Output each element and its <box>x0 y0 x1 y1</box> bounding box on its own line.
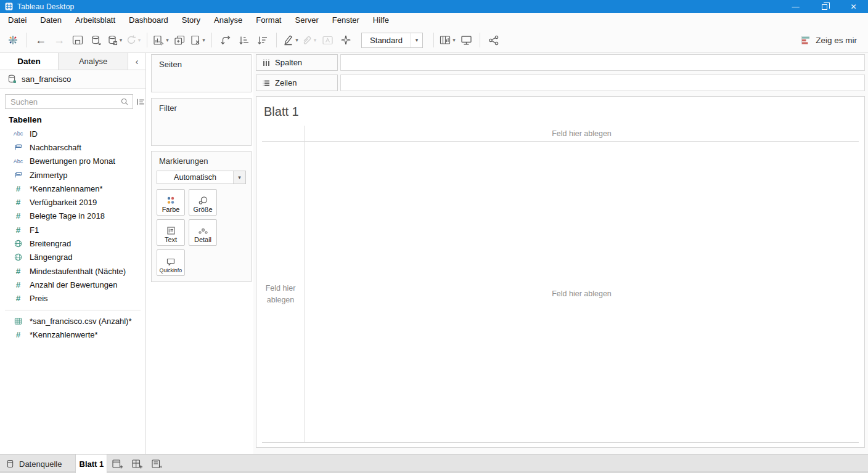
worksheet-canvas[interactable]: Blatt 1 Feld hier ablegen Feld hier able… <box>256 96 865 448</box>
sort-ascending-button[interactable] <box>236 31 252 49</box>
field-list: Abc ID Nachbarschaft Abc Bewertungen pro… <box>0 127 145 341</box>
marks-card-label: Markierungen <box>152 152 251 171</box>
pages-card[interactable]: Seiten <box>151 54 252 92</box>
rows-shelf-dropzone[interactable] <box>340 75 865 91</box>
rows-shelf[interactable]: Zeilen <box>256 75 865 91</box>
field-laengengrad[interactable]: Längengrad <box>0 251 145 264</box>
swap-axes-button[interactable] <box>218 31 234 49</box>
menu-arbeitsblatt[interactable]: Arbeitsblatt <box>68 13 122 28</box>
menu-fenster[interactable]: Fenster <box>326 13 366 28</box>
size-button[interactable]: Größe <box>189 189 217 216</box>
field-breitengrad[interactable]: Breitengrad <box>0 236 145 250</box>
field-belegte-tage-2018[interactable]: # Belegte Tage in 2018 <box>0 209 145 223</box>
drop-zone-center-hint[interactable]: Feld hier ablegen <box>305 289 859 298</box>
save-button[interactable] <box>70 31 86 49</box>
presentation-mode-button[interactable] <box>458 31 474 49</box>
field-zimmertyp[interactable]: Zimmertyp <box>0 168 145 182</box>
collapse-pane-button[interactable]: ‹ <box>128 53 145 70</box>
new-worksheet-tab-button[interactable] <box>107 455 127 473</box>
field-id[interactable]: Abc ID <box>0 127 145 140</box>
drop-zone-rows-hint-line1: Feld hier <box>256 283 305 294</box>
sheet-tab-blatt-1[interactable]: Blatt 1 <box>75 455 107 473</box>
detail-button[interactable]: Detail <box>189 219 217 246</box>
new-dashboard-tab-button[interactable] <box>127 455 147 473</box>
share-button[interactable] <box>486 31 502 49</box>
pages-card-label: Seiten <box>159 60 182 69</box>
toolbar-separator <box>27 33 27 47</box>
undo-button[interactable]: ← <box>33 31 49 49</box>
chevron-left-icon: ‹ <box>136 57 139 67</box>
sheet-zone: Spalten Zeilen Blatt 1 Feld hier ablegen… <box>253 53 868 454</box>
clear-sheet-button[interactable]: ▾ <box>190 31 206 49</box>
data-source-item[interactable]: san_francisco <box>0 70 145 89</box>
menu-bar: Datei Daten Arbeitsblatt Dashboard Story… <box>0 13 868 28</box>
field-label: ID <box>30 129 38 139</box>
menu-server[interactable]: Server <box>288 13 325 28</box>
tab-daten[interactable]: Daten <box>0 53 58 70</box>
field-bewertungen-pro-monat[interactable]: Abc Bewertungen pro Monat <box>0 155 145 168</box>
field-kennzahlenwerte[interactable]: # *Kennzahlenwerte* <box>0 328 145 341</box>
search-input[interactable] <box>9 97 120 107</box>
field-label: Breitengrad <box>30 239 71 248</box>
database-icon <box>6 459 14 468</box>
fix-axes-button[interactable] <box>338 31 354 49</box>
field-mindestaufenthalt[interactable]: # Mindestaufenthalt (Nächte) <box>0 264 145 278</box>
menu-analyse[interactable]: Analyse <box>207 13 249 28</box>
field-anzahl-der-bewertungen[interactable]: # Anzahl der Bewertungen <box>0 278 145 291</box>
table-icon <box>12 317 25 325</box>
field-record-count[interactable]: *san_francisco.csv (Anzahl)* <box>0 314 145 328</box>
columns-icon <box>263 59 270 67</box>
data-pane-tabs: Daten Analyse ‹ <box>0 53 145 70</box>
close-button[interactable]: ✕ <box>839 0 868 13</box>
field-f1[interactable]: # F1 <box>0 223 145 236</box>
show-cards-button[interactable]: ▾ <box>440 31 456 49</box>
field-label: Anzahl der Bewertungen <box>30 280 117 289</box>
menu-story[interactable]: Story <box>175 13 207 28</box>
show-me-icon <box>800 36 811 45</box>
field-nachbarschaft[interactable]: Nachbarschaft <box>0 140 145 154</box>
menu-format[interactable]: Format <box>249 13 288 28</box>
field-verfuegbarkeit-2019[interactable]: # Verfügbarkeit 2019 <box>0 195 145 209</box>
field-kennzahlennamen[interactable]: # *Kennzahlennamen* <box>0 182 145 195</box>
search-box[interactable] <box>5 94 133 109</box>
filters-card[interactable]: Filter <box>151 98 252 146</box>
columns-shelf-dropzone[interactable] <box>340 54 865 71</box>
new-datasource-button[interactable] <box>88 31 104 49</box>
duplicate-sheet-button[interactable] <box>171 31 187 49</box>
menu-daten[interactable]: Daten <box>33 13 68 28</box>
refresh-datasource-button[interactable]: ▾ <box>107 31 123 49</box>
drop-zone-columns-hint[interactable]: Feld hier ablegen <box>305 129 859 138</box>
number-icon: # <box>12 280 25 289</box>
restore-button[interactable] <box>810 0 839 13</box>
color-button[interactable]: Farbe <box>157 189 185 216</box>
group-paperclip-icon <box>12 172 25 179</box>
datasource-tab[interactable]: Datenquelle <box>0 455 70 473</box>
menu-dashboard[interactable]: Dashboard <box>122 13 175 28</box>
number-icon: # <box>12 267 25 276</box>
highlight-button[interactable]: ▾ <box>282 31 298 49</box>
fit-mode-select[interactable]: Standard ▾ <box>361 33 423 48</box>
field-label: Belegte Tage in 2018 <box>30 211 105 220</box>
filters-card-label: Filter <box>159 103 177 113</box>
field-preis[interactable]: # Preis <box>0 292 145 305</box>
back-icon: ← <box>35 34 46 46</box>
field-label: Längengrad <box>30 253 72 262</box>
new-story-tab-button[interactable] <box>147 455 166 473</box>
tab-analyse[interactable]: Analyse <box>58 53 128 70</box>
menu-datei[interactable]: Datei <box>1 13 33 28</box>
new-worksheet-button[interactable]: ▾ <box>153 31 169 49</box>
fit-mode-value: Standard <box>362 36 411 45</box>
tooltip-button[interactable]: Quickinfo <box>157 249 185 276</box>
text-button[interactable]: Text <box>157 219 185 246</box>
mark-type-select[interactable]: Automatisch ▾ <box>157 171 246 184</box>
sort-descending-button[interactable] <box>255 31 271 49</box>
mark-type-caret-icon: ▾ <box>233 171 245 184</box>
view-options-button[interactable] <box>136 95 145 108</box>
show-me-button[interactable]: Zeig es mir <box>800 36 857 45</box>
tableau-logo-icon[interactable] <box>5 31 21 49</box>
columns-shelf[interactable]: Spalten <box>256 54 865 71</box>
rows-shelf-label: Zeilen <box>256 75 338 91</box>
drop-zone-rows-hint[interactable]: Feld hier ablegen <box>256 283 305 306</box>
minimize-button[interactable]: — <box>781 0 810 13</box>
menu-hilfe[interactable]: Hilfe <box>366 13 396 28</box>
